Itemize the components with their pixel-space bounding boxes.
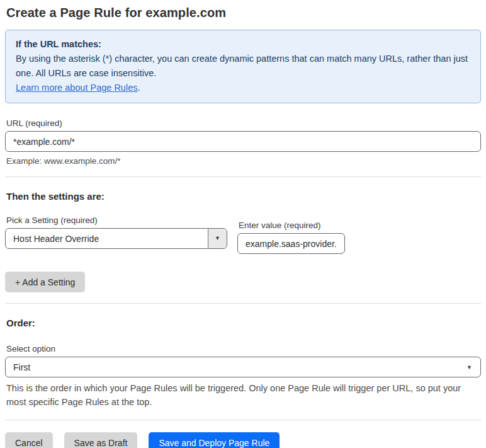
save-draft-button[interactable]: Save as Draft (64, 432, 138, 448)
info-box-body: By using the asterisk (*) character, you… (16, 52, 470, 81)
cancel-button[interactable]: Cancel (5, 432, 53, 448)
info-box-heading: If the URL matches: (16, 37, 470, 52)
footer-actions: Cancel Save as Draft Save and Deploy Pag… (5, 432, 481, 448)
setting-select-arrow-button[interactable]: ▼ (208, 229, 227, 248)
url-example-text: Example: www.example.com/* (6, 156, 481, 166)
setting-select-label: Pick a Setting (required) (6, 215, 227, 225)
url-field-label: URL (required) (6, 118, 481, 128)
value-field-label: Enter value (required) (239, 221, 345, 230)
order-section-heading: Order: (6, 318, 481, 328)
divider (5, 303, 481, 304)
link-suffix: . (137, 83, 140, 93)
url-section: URL (required) Example: www.example.com/… (5, 118, 481, 166)
save-deploy-button[interactable]: Save and Deploy Page Rule (149, 432, 280, 448)
settings-section-heading: Then the settings are: (6, 191, 481, 202)
add-setting-button[interactable]: + Add a Setting (5, 272, 85, 292)
add-setting-wrap: + Add a Setting (5, 272, 481, 292)
divider (5, 420, 481, 420)
divider (5, 176, 481, 177)
setting-value-column: Enter value (required) (237, 221, 345, 254)
order-select-value: First (13, 362, 30, 372)
chevron-down-icon: ▼ (466, 364, 472, 370)
page-title: Create a Page Rule for example.com (6, 6, 481, 20)
setting-select[interactable]: Host Header Override ▼ (5, 228, 227, 249)
order-select-label: Select option (6, 344, 481, 353)
order-help-text: This is the order in which your Page Rul… (6, 381, 478, 409)
setting-value-input[interactable] (237, 233, 345, 254)
setting-select-value: Host Header Override (6, 229, 208, 248)
setting-picker-column: Pick a Setting (required) Host Header Ov… (5, 215, 227, 249)
order-select[interactable]: First ▼ (5, 357, 481, 377)
url-input[interactable] (5, 131, 481, 152)
chevron-down-icon: ▼ (215, 236, 220, 241)
info-box-link-line: Learn more about Page Rules. (16, 81, 470, 95)
url-match-info-box: If the URL matches: By using the asteris… (5, 30, 481, 103)
page-rule-form: Create a Page Rule for example.com If th… (0, 0, 486, 448)
learn-more-link[interactable]: Learn more about Page Rules (16, 83, 137, 93)
settings-row: Pick a Setting (required) Host Header Ov… (5, 215, 481, 254)
